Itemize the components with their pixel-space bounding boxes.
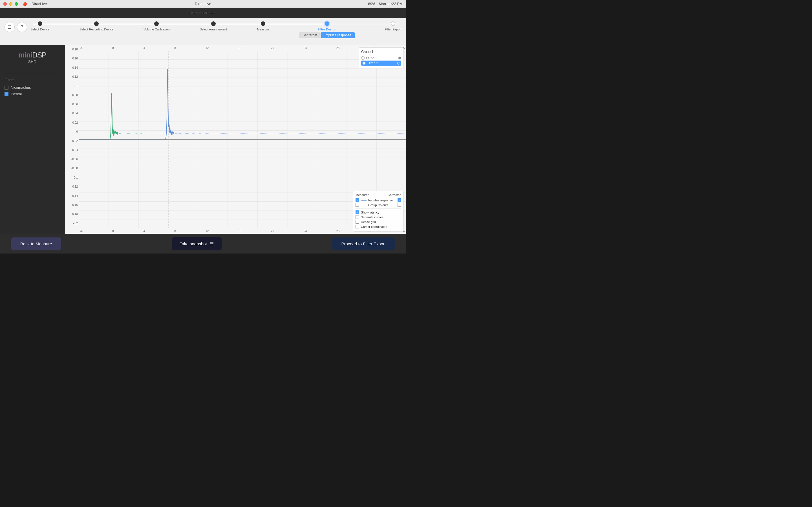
filter-name-nicomachus: Nicomachus: [11, 86, 31, 90]
step-dot-3: [154, 21, 159, 26]
legend-option-label-cursor: Cursor coordinates: [361, 225, 387, 228]
y-label-014: 0.14: [66, 66, 78, 69]
logo-model: SHD: [18, 59, 47, 64]
legend-option-label-latency: Show latency: [361, 211, 379, 214]
logo-mini: mini: [18, 51, 32, 59]
legend-corrected-label: Corrected: [388, 193, 401, 196]
y-label-n016: -0.16: [66, 203, 78, 207]
bot-x-4: 4: [143, 230, 145, 233]
y-label-n014: -0.14: [66, 194, 78, 198]
y-label-016: 0.16: [66, 57, 78, 60]
legend-checkbox-impulse-corrected[interactable]: [398, 198, 401, 202]
y-label-n008: -0.08: [66, 167, 78, 170]
step-dot-2: [94, 21, 99, 26]
legend-panel: Measured Corrected Impulse response Grou…: [353, 191, 404, 231]
minimize-button[interactable]: [9, 2, 12, 6]
step-label-1: Select Device: [31, 27, 49, 31]
legend-checkbox-group-measured[interactable]: [356, 203, 359, 207]
top-x-16: 16: [238, 47, 241, 50]
filter-item-nicomachus[interactable]: Nicomachus: [4, 84, 60, 91]
maximize-button[interactable]: [15, 2, 18, 6]
menu-button[interactable]: ☰: [4, 22, 15, 32]
snapshot-icon: ☰: [210, 241, 214, 246]
nav-area: ☰ ? Select Device: [0, 18, 406, 45]
top-x-4: 4: [143, 47, 145, 50]
legend-option-cb-dense[interactable]: [356, 220, 359, 224]
group-name-dirac2: Dirac 2: [367, 61, 396, 65]
tab-impulse-response[interactable]: Impulse response: [321, 32, 355, 38]
y-axis: 0.18 0.16 0.14 0.12 0.1 0.08 0.06 0.04 0…: [65, 47, 79, 225]
group-radio-dirac1[interactable]: [361, 56, 364, 60]
take-snapshot-button[interactable]: Take snapshot ☰: [172, 237, 221, 250]
legend-option-cursor-coords[interactable]: Cursor coordinates: [356, 224, 401, 229]
step-select-device[interactable]: Select Device: [31, 21, 49, 38]
legend-option-cb-cursor[interactable]: [356, 225, 359, 228]
y-label-018: 0.18: [66, 48, 78, 51]
y-label-008: 0.08: [66, 94, 78, 97]
steps-wrapper: Select Device Select Recording Device Vo…: [31, 21, 402, 45]
battery-status: 89%: [368, 2, 375, 6]
legend-option-cb-separate[interactable]: [356, 215, 359, 219]
group-item-dirac2[interactable]: Dirac 2: [361, 61, 401, 66]
legend-option-show-latency[interactable]: Show latency: [356, 210, 401, 215]
bot-x-20: 20: [271, 230, 274, 233]
y-label-012: 0.12: [66, 75, 78, 78]
step-filter-export[interactable]: Filter Export: [385, 21, 402, 38]
clock: Mon 11:22 PM: [378, 2, 403, 6]
step-label-5: Measure: [257, 27, 269, 31]
close-button[interactable]: [3, 2, 7, 6]
proceed-to-filter-export-button[interactable]: Proceed to Filter Export: [332, 237, 395, 250]
filter-design-tabs: Set target Impulse response: [299, 32, 355, 38]
top-x-24: 24: [304, 47, 307, 50]
back-to-measure-button[interactable]: Back to Measure: [11, 237, 61, 250]
apple-menu[interactable]: 🍎: [22, 2, 27, 6]
menubar-right: 89% Mon 11:22 PM: [368, 2, 403, 6]
legend-option-separate-curves[interactable]: Separate curves: [356, 215, 401, 219]
legend-label-impulse: Impulse response: [368, 199, 396, 202]
snapshot-container: Take snapshot ☰: [172, 237, 221, 250]
window-title: Dirac Live: [195, 2, 211, 6]
legend-line-group: [361, 205, 366, 205]
app-titlebar: dirac double test: [0, 8, 406, 18]
bot-x-24: 24: [304, 230, 307, 233]
group-radio-dirac2[interactable]: [362, 61, 366, 65]
group-item-dirac1[interactable]: Dirac 1: [361, 55, 401, 61]
y-label-n02: -0.2: [66, 222, 78, 225]
legend-label-group: Group Colours: [368, 203, 396, 207]
filter-checkbox-nicomachus[interactable]: [4, 86, 8, 90]
legend-option-cb-latency[interactable]: [356, 210, 359, 214]
y-label-002: 0.02: [66, 121, 78, 124]
y-label-004: 0.04: [66, 112, 78, 115]
legend-checkbox-impulse-measured[interactable]: [356, 198, 359, 202]
top-x-12: 12: [206, 47, 209, 50]
footer-bar: Back to Measure Take snapshot ☰ Proceed …: [0, 234, 406, 253]
filter-item-pascal[interactable]: Pascal: [4, 91, 60, 97]
top-x-20: 20: [271, 47, 274, 50]
legend-checkbox-group-corrected[interactable]: [398, 203, 401, 207]
filter-checkbox-pascal[interactable]: [4, 92, 8, 96]
step-select-arrangement[interactable]: Select Arrangement: [200, 21, 227, 38]
step-label-7: Filter Export: [385, 27, 402, 31]
group-color-dirac1: [398, 57, 401, 59]
group-name-dirac1: Dirac 1: [366, 56, 397, 60]
step-volume-cal[interactable]: Volume Calibration: [144, 21, 169, 38]
bot-x-0: 0: [112, 230, 114, 233]
step-select-recording[interactable]: Select Recording Device: [80, 21, 113, 38]
step-label-6: Filter Design: [317, 27, 336, 31]
group-color-dirac2: [397, 62, 400, 64]
step-filter-design[interactable]: Filter Design Set target Impulse respons…: [299, 21, 355, 38]
step-measure[interactable]: Measure: [257, 21, 269, 38]
legend-measured-label: Measured: [356, 193, 369, 196]
steps-row: Select Device Select Recording Device Vo…: [31, 21, 402, 38]
tab-set-target[interactable]: Set target: [299, 32, 320, 38]
help-button[interactable]: ?: [17, 22, 27, 32]
step-progress-container: Select Device Select Recording Device Vo…: [31, 20, 402, 45]
y-label-n002: -0.02: [66, 139, 78, 143]
legend-option-dense-grid[interactable]: Dense grid: [356, 219, 401, 224]
filter-name-pascal: Pascal: [11, 92, 22, 96]
legend-option-label-separate: Separate curves: [361, 216, 384, 219]
logo-minidsp: miniDSP: [18, 51, 47, 59]
y-label-n018: -0.18: [66, 212, 78, 216]
app-menu-name[interactable]: DiracLive: [32, 2, 47, 6]
y-label-n006: -0.06: [66, 158, 78, 161]
